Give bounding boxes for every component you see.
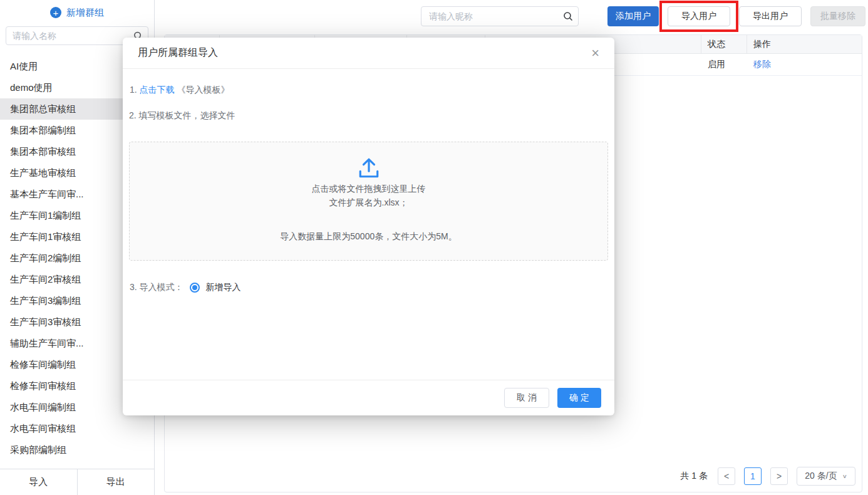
upload-limit-note: 导入数据量上限为50000条，文件大小为5M。 xyxy=(280,231,457,242)
sidebar-group-item[interactable]: 辅助生产车间审... xyxy=(0,333,129,354)
sidebar-group-item[interactable]: 生产车间1编制组 xyxy=(0,205,129,226)
plus-icon: + xyxy=(50,7,61,18)
chevron-down-icon: ∨ xyxy=(842,473,847,479)
row-remove-link[interactable]: 移除 xyxy=(753,59,771,70)
sidebar-group-item[interactable]: 生产车间2审核组 xyxy=(0,269,129,290)
sidebar-footer: 导入 导出 xyxy=(0,469,154,495)
add-user-button[interactable]: 添加用户 xyxy=(607,6,659,26)
add-group-label: 新增群组 xyxy=(66,7,104,19)
import-user-button[interactable]: 导入用户 xyxy=(668,6,730,26)
sidebar-group-item[interactable]: 生产车间3审核组 xyxy=(0,311,129,333)
modal-step2: 2. 填写模板文件，选择文件 xyxy=(129,110,608,122)
sidebar-group-item[interactable]: 生产车间3编制组 xyxy=(0,290,129,311)
download-template-link[interactable]: 点击下载 xyxy=(140,85,175,95)
search-icon[interactable] xyxy=(563,11,573,21)
sidebar-group-item[interactable]: 采购部编制组 xyxy=(0,439,129,461)
radio-option-label[interactable]: 新增导入 xyxy=(206,282,241,293)
sidebar-group-item[interactable]: demo使用 xyxy=(0,77,129,98)
sidebar-import-button[interactable]: 导入 xyxy=(0,469,78,495)
sidebar-group-item[interactable]: 检修车间编制组 xyxy=(0,354,129,375)
export-user-button[interactable]: 导出用户 xyxy=(739,6,802,26)
sidebar-export-button[interactable]: 导出 xyxy=(78,469,155,495)
import-mode-label: 3. 导入模式： xyxy=(130,282,183,293)
pagination: 共 1 条 < 1 > 20 条/页 ∨ xyxy=(680,467,855,486)
sidebar-group-item[interactable]: 集团本部审核组 xyxy=(0,141,129,162)
table-header-status: 状态 xyxy=(701,35,747,53)
upload-hint-line2: 文件扩展名为.xlsx； xyxy=(329,197,408,209)
radio-dot xyxy=(192,285,197,290)
sidebar-group-item[interactable]: 生产车间2编制组 xyxy=(0,248,129,269)
modal-title: 用户所属群组导入 xyxy=(138,46,218,60)
page-size-label: 20 条/页 xyxy=(805,471,837,482)
sidebar-group-item[interactable]: 集团部总审核组 xyxy=(0,98,129,120)
sidebar-group-item[interactable]: 生产车间1审核组 xyxy=(0,226,129,248)
step1-suffix: 《导入模板》 xyxy=(175,85,230,95)
sidebar-group-item[interactable]: 集团本部编制组 xyxy=(0,120,129,141)
sidebar-group-item[interactable]: 水电车间编制组 xyxy=(0,397,129,418)
user-toolbar: 添加用户 导入用户 导出用户 批量移除 xyxy=(155,0,868,33)
table-header-action: 操作 xyxy=(747,35,862,53)
sidebar-group-item[interactable]: 生产基地审核组 xyxy=(0,162,129,184)
prev-page-button[interactable]: < xyxy=(718,467,735,485)
current-page-button[interactable]: 1 xyxy=(744,467,762,485)
step1-prefix: 1. xyxy=(130,85,140,95)
modal-step1: 1. 点击下载 《导入模板》 xyxy=(130,85,608,96)
add-group-button[interactable]: + 新增群组 xyxy=(0,0,154,25)
group-list: AI使用demo使用集团部总审核组集团本部编制组集团本部审核组生产基地审核组基本… xyxy=(0,56,129,461)
import-group-modal: 用户所属群组导入 × 1. 点击下载 《导入模板》 2. 填写模板文件，选择文件… xyxy=(123,38,614,415)
upload-icon xyxy=(357,157,381,179)
batch-remove-button: 批量移除 xyxy=(810,6,865,26)
modal-step3: 3. 导入模式： 新增导入 xyxy=(130,282,608,293)
nickname-search-input[interactable] xyxy=(421,6,579,26)
sidebar-group-item[interactable]: AI使用 xyxy=(0,56,129,77)
sidebar-group-item[interactable]: 水电车间审核组 xyxy=(0,418,129,439)
next-page-button[interactable]: > xyxy=(770,467,788,485)
upload-dropzone[interactable]: 点击或将文件拖拽到这里上传 文件扩展名为.xlsx； 导入数据量上限为50000… xyxy=(129,142,608,261)
page-size-select[interactable]: 20 条/页 ∨ xyxy=(797,467,855,486)
upload-hint-line1: 点击或将文件拖拽到这里上传 xyxy=(312,184,426,195)
close-icon[interactable]: × xyxy=(591,46,599,60)
radio-selected[interactable] xyxy=(190,283,200,293)
sidebar-group-item[interactable]: 基本生产车间审... xyxy=(0,184,129,205)
pagination-total: 共 1 条 xyxy=(680,471,708,482)
row-status: 启用 xyxy=(701,54,747,75)
sidebar-group-item[interactable]: 检修车间审核组 xyxy=(0,375,129,397)
cancel-button[interactable]: 取 消 xyxy=(504,388,549,408)
confirm-button[interactable]: 确 定 xyxy=(557,388,601,408)
